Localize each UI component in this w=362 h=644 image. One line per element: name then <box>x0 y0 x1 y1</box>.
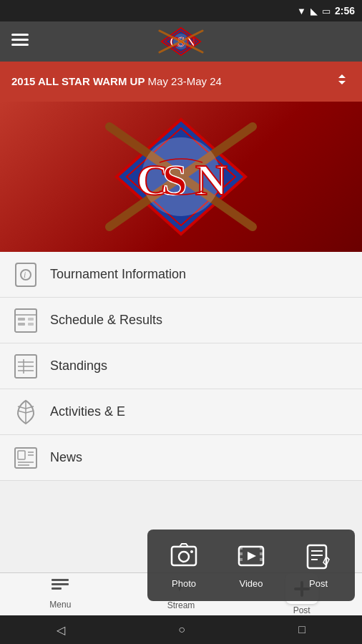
video-icon <box>238 542 265 575</box>
tournament-icon: i <box>11 260 40 289</box>
svg-rect-45 <box>239 552 243 555</box>
svg-rect-25 <box>18 323 25 326</box>
stream-nav-label: Stream <box>167 600 195 610</box>
menu-item-schedule[interactable]: Schedule & Results <box>0 298 362 343</box>
svg-rect-22 <box>15 309 36 332</box>
activities-label: Activities & E <box>50 404 125 419</box>
svg-text:N: N <box>195 155 228 204</box>
svg-point-41 <box>179 552 189 562</box>
expand-icon[interactable] <box>333 71 351 92</box>
wifi-icon: ▼ <box>297 6 306 16</box>
post-option-video[interactable]: Video <box>220 537 282 594</box>
svg-rect-1 <box>11 39 29 41</box>
svg-rect-2 <box>11 44 29 46</box>
menu-item-news[interactable]: News <box>0 435 362 481</box>
svg-text:i: i <box>24 270 26 280</box>
post-option-photo[interactable]: Photo <box>153 537 215 594</box>
svg-rect-24 <box>18 318 25 321</box>
svg-rect-48 <box>260 552 263 555</box>
back-button[interactable]: ◁ <box>57 623 65 637</box>
post-text-icon <box>305 542 332 575</box>
svg-rect-51 <box>308 545 326 568</box>
menu-item-activities[interactable]: Activities & E <box>0 389 362 435</box>
svg-text:S: S <box>162 155 187 204</box>
banner-date: May 23-May 24 <box>145 75 222 87</box>
banner-bar[interactable]: 2015 ALL STAR WARM UP May 23-May 24 <box>0 62 362 102</box>
menu-nav-icon <box>52 579 69 598</box>
svg-rect-26 <box>28 318 34 321</box>
post-nav-label: Post <box>293 605 310 615</box>
photo-icon <box>170 542 197 575</box>
post-popup: Photo Video <box>147 530 355 601</box>
signal-icon: ◣ <box>310 6 318 16</box>
news-label: News <box>50 450 82 465</box>
status-time: 2:56 <box>335 5 355 16</box>
photo-label: Photo <box>172 578 196 589</box>
svg-rect-46 <box>239 558 243 561</box>
hero-image: C S N <box>0 102 362 252</box>
svg-rect-0 <box>11 34 29 36</box>
svg-rect-58 <box>52 587 62 590</box>
activities-icon <box>11 398 40 426</box>
svg-rect-57 <box>52 583 69 585</box>
bottom-nav-menu[interactable]: Menu <box>0 573 121 615</box>
hamburger-icon[interactable] <box>11 34 29 50</box>
post-label: Post <box>309 578 328 589</box>
tournament-label: Tournament Information <box>50 267 186 282</box>
svg-rect-27 <box>28 323 34 326</box>
svg-rect-44 <box>239 547 243 550</box>
svg-rect-35 <box>18 451 25 459</box>
android-nav: ◁ ○ □ <box>0 615 362 644</box>
schedule-icon <box>11 306 40 335</box>
menu-item-standings[interactable]: Standings <box>0 343 362 389</box>
video-label: Video <box>239 578 263 589</box>
svg-marker-50 <box>248 552 256 560</box>
battery-icon: ▭ <box>322 6 331 16</box>
svg-point-42 <box>190 550 193 553</box>
banner-text: 2015 ALL STAR WARM UP May 23-May 24 <box>11 75 222 88</box>
logo: C S N <box>156 25 206 58</box>
recent-button[interactable]: □ <box>298 623 305 636</box>
standings-icon <box>11 352 40 381</box>
news-icon <box>11 444 40 472</box>
menu-list: i Tournament Information Schedule & Resu… <box>0 252 362 481</box>
svg-rect-49 <box>260 558 263 561</box>
banner-bold: 2015 ALL STAR WARM UP <box>11 75 145 87</box>
post-option-post[interactable]: Post <box>288 537 349 594</box>
schedule-label: Schedule & Results <box>50 313 162 328</box>
menu-nav-label: Menu <box>49 600 71 610</box>
menu-item-tournament[interactable]: i Tournament Information <box>0 252 362 298</box>
svg-rect-47 <box>260 547 263 550</box>
home-button[interactable]: ○ <box>178 623 185 636</box>
status-bar: ▼ ◣ ▭ 2:56 <box>0 0 362 21</box>
svg-rect-56 <box>52 579 69 581</box>
standings-label: Standings <box>50 358 107 374</box>
top-nav: C S N <box>0 21 362 62</box>
